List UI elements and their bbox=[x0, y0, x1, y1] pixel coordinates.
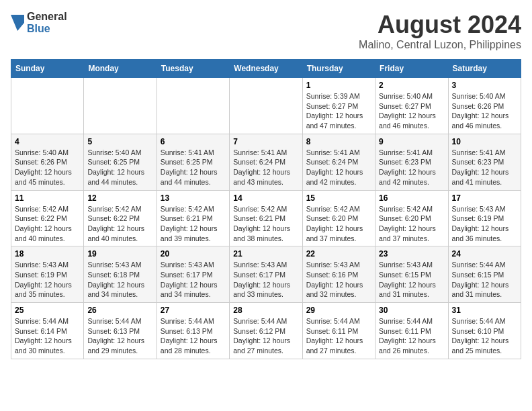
day-number: 5 bbox=[87, 137, 152, 146]
day-info: Sunrise: 5:41 AM Sunset: 6:23 PM Dayligh… bbox=[452, 148, 517, 187]
month-title: August 2024 bbox=[359, 11, 521, 39]
day-info: Sunrise: 5:41 AM Sunset: 6:23 PM Dayligh… bbox=[379, 148, 444, 187]
day-number: 4 bbox=[15, 137, 80, 146]
day-info: Sunrise: 5:42 AM Sunset: 6:21 PM Dayligh… bbox=[233, 204, 298, 244]
day-number: 2 bbox=[379, 81, 444, 90]
day-number: 13 bbox=[161, 193, 226, 203]
day-info: Sunrise: 5:44 AM Sunset: 6:13 PM Dayligh… bbox=[87, 316, 152, 356]
day-info: Sunrise: 5:44 AM Sunset: 6:12 PM Dayligh… bbox=[233, 316, 298, 356]
calendar-cell: 2Sunrise: 5:40 AM Sunset: 6:27 PM Daylig… bbox=[375, 78, 448, 134]
calendar-cell: 12Sunrise: 5:42 AM Sunset: 6:22 PM Dayli… bbox=[84, 190, 157, 246]
calendar-cell: 19Sunrise: 5:43 AM Sunset: 6:18 PM Dayli… bbox=[84, 246, 157, 303]
day-of-week-header: Friday bbox=[375, 60, 448, 78]
calendar-cell: 5Sunrise: 5:40 AM Sunset: 6:25 PM Daylig… bbox=[84, 134, 157, 190]
day-number: 31 bbox=[452, 306, 517, 315]
calendar-week-row: 18Sunrise: 5:43 AM Sunset: 6:19 PM Dayli… bbox=[11, 246, 521, 303]
calendar-cell: 1Sunrise: 5:39 AM Sunset: 6:27 PM Daylig… bbox=[302, 78, 375, 134]
logo-blue: Blue bbox=[27, 23, 67, 35]
calendar-cell: 7Sunrise: 5:41 AM Sunset: 6:24 PM Daylig… bbox=[230, 134, 302, 190]
day-info: Sunrise: 5:40 AM Sunset: 6:25 PM Dayligh… bbox=[87, 148, 152, 187]
day-info: Sunrise: 5:44 AM Sunset: 6:11 PM Dayligh… bbox=[379, 316, 444, 356]
day-info: Sunrise: 5:42 AM Sunset: 6:21 PM Dayligh… bbox=[161, 204, 226, 244]
day-info: Sunrise: 5:42 AM Sunset: 6:22 PM Dayligh… bbox=[87, 204, 152, 244]
day-info: Sunrise: 5:40 AM Sunset: 6:26 PM Dayligh… bbox=[15, 148, 80, 187]
calendar-cell: 27Sunrise: 5:44 AM Sunset: 6:13 PM Dayli… bbox=[157, 303, 229, 359]
day-number: 8 bbox=[306, 137, 371, 146]
calendar-week-row: 1Sunrise: 5:39 AM Sunset: 6:27 PM Daylig… bbox=[11, 78, 521, 134]
day-number: 21 bbox=[233, 249, 298, 259]
calendar-table: SundayMondayTuesdayWednesdayThursdayFrid… bbox=[11, 59, 521, 359]
day-number: 10 bbox=[452, 137, 517, 146]
calendar-cell bbox=[84, 78, 157, 134]
day-number: 1 bbox=[306, 81, 371, 90]
day-number: 7 bbox=[233, 137, 298, 146]
day-number: 19 bbox=[87, 249, 152, 259]
calendar-cell: 23Sunrise: 5:43 AM Sunset: 6:15 PM Dayli… bbox=[375, 246, 448, 303]
calendar-cell: 6Sunrise: 5:41 AM Sunset: 6:25 PM Daylig… bbox=[157, 134, 229, 190]
day-number: 26 bbox=[87, 306, 152, 315]
calendar-cell: 3Sunrise: 5:40 AM Sunset: 6:26 PM Daylig… bbox=[448, 78, 521, 134]
calendar-cell bbox=[230, 78, 302, 134]
day-number: 12 bbox=[87, 193, 152, 203]
calendar-cell bbox=[11, 78, 84, 134]
day-number: 24 bbox=[452, 249, 517, 259]
calendar-cell: 15Sunrise: 5:42 AM Sunset: 6:20 PM Dayli… bbox=[302, 190, 375, 246]
day-info: Sunrise: 5:42 AM Sunset: 6:20 PM Dayligh… bbox=[379, 204, 444, 244]
svg-marker-0 bbox=[11, 15, 24, 31]
calendar-cell: 29Sunrise: 5:44 AM Sunset: 6:11 PM Dayli… bbox=[302, 303, 375, 359]
calendar-cell: 8Sunrise: 5:41 AM Sunset: 6:24 PM Daylig… bbox=[302, 134, 375, 190]
day-number: 16 bbox=[379, 193, 444, 203]
day-info: Sunrise: 5:43 AM Sunset: 6:15 PM Dayligh… bbox=[379, 260, 444, 300]
day-number: 9 bbox=[379, 137, 444, 146]
day-info: Sunrise: 5:42 AM Sunset: 6:20 PM Dayligh… bbox=[306, 204, 371, 244]
day-of-week-header: Sunday bbox=[11, 60, 84, 78]
logo-text: General Blue bbox=[27, 11, 67, 34]
logo-general: General bbox=[27, 11, 67, 23]
calendar-cell: 25Sunrise: 5:44 AM Sunset: 6:14 PM Dayli… bbox=[11, 303, 84, 359]
calendar-cell bbox=[157, 78, 229, 134]
day-number: 15 bbox=[306, 193, 371, 203]
day-of-week-header: Monday bbox=[84, 60, 157, 78]
day-info: Sunrise: 5:44 AM Sunset: 6:11 PM Dayligh… bbox=[306, 316, 371, 356]
day-info: Sunrise: 5:41 AM Sunset: 6:24 PM Dayligh… bbox=[233, 148, 298, 187]
calendar-cell: 20Sunrise: 5:43 AM Sunset: 6:17 PM Dayli… bbox=[157, 246, 229, 303]
location-title: Malino, Central Luzon, Philippines bbox=[359, 39, 521, 51]
day-info: Sunrise: 5:43 AM Sunset: 6:19 PM Dayligh… bbox=[15, 260, 80, 300]
header: General Blue August 2024 Malino, Central… bbox=[11, 11, 521, 51]
day-of-week-header: Thursday bbox=[302, 60, 375, 78]
day-info: Sunrise: 5:43 AM Sunset: 6:18 PM Dayligh… bbox=[87, 260, 152, 300]
calendar-cell: 16Sunrise: 5:42 AM Sunset: 6:20 PM Dayli… bbox=[375, 190, 448, 246]
day-of-week-header: Tuesday bbox=[157, 60, 229, 78]
day-of-week-header: Saturday bbox=[448, 60, 521, 78]
day-number: 17 bbox=[452, 193, 517, 203]
day-info: Sunrise: 5:44 AM Sunset: 6:14 PM Dayligh… bbox=[15, 316, 80, 356]
day-number: 14 bbox=[233, 193, 298, 203]
calendar-body: 1Sunrise: 5:39 AM Sunset: 6:27 PM Daylig… bbox=[11, 78, 521, 359]
calendar-cell: 18Sunrise: 5:43 AM Sunset: 6:19 PM Dayli… bbox=[11, 246, 84, 303]
day-number: 27 bbox=[161, 306, 226, 315]
calendar-cell: 21Sunrise: 5:43 AM Sunset: 6:17 PM Dayli… bbox=[230, 246, 302, 303]
day-number: 20 bbox=[161, 249, 226, 259]
day-info: Sunrise: 5:41 AM Sunset: 6:24 PM Dayligh… bbox=[306, 148, 371, 187]
day-number: 22 bbox=[306, 249, 371, 259]
calendar-cell: 11Sunrise: 5:42 AM Sunset: 6:22 PM Dayli… bbox=[11, 190, 84, 246]
day-number: 6 bbox=[161, 137, 226, 146]
day-number: 3 bbox=[452, 81, 517, 90]
calendar-cell: 13Sunrise: 5:42 AM Sunset: 6:21 PM Dayli… bbox=[157, 190, 229, 246]
calendar-cell: 9Sunrise: 5:41 AM Sunset: 6:23 PM Daylig… bbox=[375, 134, 448, 190]
day-info: Sunrise: 5:43 AM Sunset: 6:19 PM Dayligh… bbox=[452, 204, 517, 244]
day-info: Sunrise: 5:43 AM Sunset: 6:17 PM Dayligh… bbox=[161, 260, 226, 300]
calendar-week-row: 4Sunrise: 5:40 AM Sunset: 6:26 PM Daylig… bbox=[11, 134, 521, 190]
day-info: Sunrise: 5:44 AM Sunset: 6:10 PM Dayligh… bbox=[452, 316, 517, 356]
calendar-week-row: 25Sunrise: 5:44 AM Sunset: 6:14 PM Dayli… bbox=[11, 303, 521, 359]
day-info: Sunrise: 5:41 AM Sunset: 6:25 PM Dayligh… bbox=[161, 148, 226, 187]
day-number: 18 bbox=[15, 249, 80, 259]
day-number: 29 bbox=[306, 306, 371, 315]
day-number: 25 bbox=[15, 306, 80, 315]
day-number: 28 bbox=[233, 306, 298, 315]
day-number: 23 bbox=[379, 249, 444, 259]
calendar-cell: 22Sunrise: 5:43 AM Sunset: 6:16 PM Dayli… bbox=[302, 246, 375, 303]
calendar-cell: 28Sunrise: 5:44 AM Sunset: 6:12 PM Dayli… bbox=[230, 303, 302, 359]
logo: General Blue bbox=[11, 11, 67, 34]
day-number: 11 bbox=[15, 193, 80, 203]
